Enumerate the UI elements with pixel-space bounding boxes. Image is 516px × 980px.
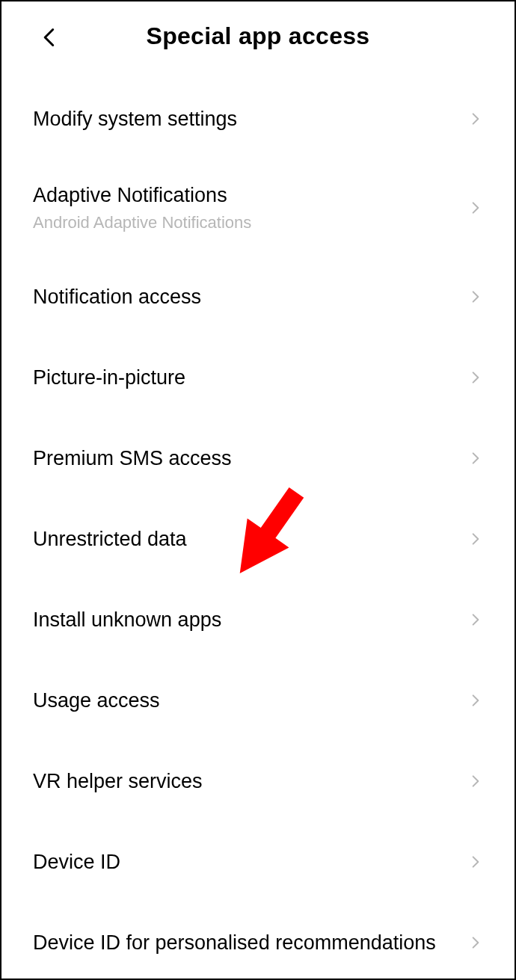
list-item-title: Notification access	[33, 283, 453, 310]
list-item-title: Premium SMS access	[33, 445, 453, 472]
chevron-right-icon	[468, 854, 483, 869]
item-vr-helper-services[interactable]: VR helper services	[1, 741, 515, 822]
chevron-right-icon	[468, 451, 483, 466]
chevron-right-icon	[468, 531, 483, 546]
item-adaptive-notifications[interactable]: Adaptive Notifications Android Adaptive …	[1, 159, 515, 256]
chevron-right-icon	[468, 370, 483, 385]
back-icon	[39, 27, 60, 48]
list-item-text: Modify system settings	[33, 105, 468, 132]
item-usage-access[interactable]: Usage access	[1, 660, 515, 741]
list-item-text: Picture-in-picture	[33, 364, 468, 391]
chevron-right-icon	[468, 111, 483, 126]
item-premium-sms-access[interactable]: Premium SMS access	[1, 418, 515, 499]
item-device-id-personalised[interactable]: Device ID for personalised recommendatio…	[1, 902, 515, 980]
list-item-text: VR helper services	[33, 768, 468, 795]
list-item-title: Install unknown apps	[33, 606, 453, 633]
list-item-text: Device ID for personalised recommendatio…	[33, 929, 468, 956]
item-notification-access[interactable]: Notification access	[1, 256, 515, 337]
list-item-title: Unrestricted data	[33, 526, 453, 552]
list-item-text: Usage access	[33, 687, 468, 714]
list-item-text: Device ID	[33, 848, 468, 875]
chevron-right-icon	[468, 774, 483, 789]
chevron-right-icon	[468, 289, 483, 304]
list-item-text: Notification access	[33, 283, 468, 310]
list-item-title: Device ID for personalised recommendatio…	[33, 929, 453, 956]
item-picture-in-picture[interactable]: Picture-in-picture	[1, 337, 515, 418]
header: Special app access	[1, 1, 515, 64]
list-item-title: VR helper services	[33, 768, 453, 795]
item-install-unknown-apps[interactable]: Install unknown apps	[1, 579, 515, 660]
chevron-right-icon	[468, 200, 483, 215]
settings-screen: Special app access Modify system setting…	[1, 1, 515, 979]
settings-list: Modify system settings Adaptive Notifica…	[1, 64, 515, 980]
chevron-right-icon	[468, 935, 483, 950]
list-item-title: Device ID	[33, 848, 453, 875]
item-unrestricted-data[interactable]: Unrestricted data	[1, 499, 515, 579]
list-item-text: Adaptive Notifications Android Adaptive …	[33, 182, 468, 234]
item-modify-system-settings[interactable]: Modify system settings	[1, 78, 515, 159]
list-item-title: Adaptive Notifications	[33, 182, 453, 209]
list-item-title: Picture-in-picture	[33, 364, 453, 391]
back-button[interactable]	[34, 22, 64, 52]
page-title: Special app access	[31, 22, 485, 50]
list-item-title: Usage access	[33, 687, 453, 714]
list-item-title: Modify system settings	[33, 105, 453, 132]
chevron-right-icon	[468, 693, 483, 708]
list-item-subtitle: Android Adaptive Notifications	[33, 212, 453, 234]
list-item-text: Premium SMS access	[33, 445, 468, 472]
list-item-text: Unrestricted data	[33, 526, 468, 552]
chevron-right-icon	[468, 612, 483, 627]
item-device-id[interactable]: Device ID	[1, 822, 515, 902]
list-item-text: Install unknown apps	[33, 606, 468, 633]
